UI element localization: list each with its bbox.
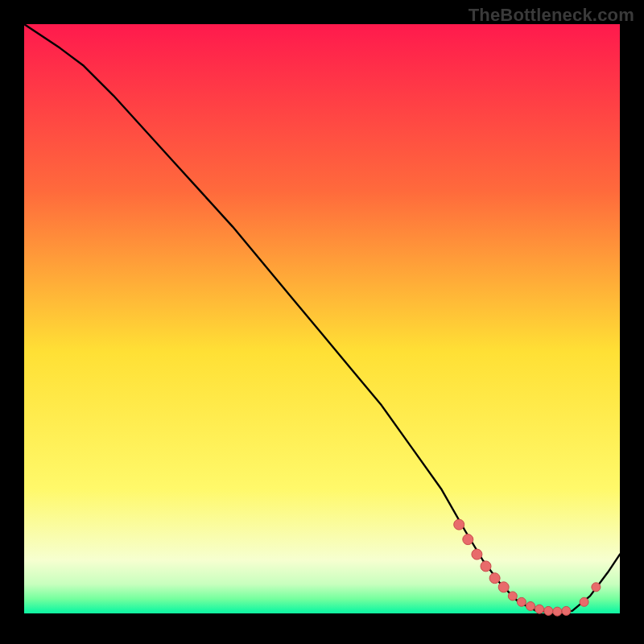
highlight-dot	[498, 582, 509, 592]
highlight-dot	[580, 597, 588, 606]
highlight-dot	[526, 601, 535, 610]
highlight-dot	[562, 606, 571, 615]
chart-stage: TheBottleneck.com	[0, 0, 644, 644]
highlight-dot	[481, 561, 491, 572]
highlight-dot	[592, 583, 601, 592]
highlight-dot	[463, 535, 473, 545]
highlight-dot	[553, 607, 562, 616]
highlight-dot	[472, 549, 482, 559]
plot-area	[24, 24, 620, 620]
chart-svg	[24, 24, 620, 620]
highlight-dot	[508, 592, 517, 601]
highlight-dot	[544, 606, 553, 615]
highlight-dot	[454, 519, 464, 530]
highlight-dot	[535, 605, 544, 613]
bottom-black-strip	[24, 613, 620, 620]
highlight-dot	[517, 597, 526, 606]
highlight-dot	[489, 573, 500, 584]
gradient-background	[24, 24, 620, 620]
watermark-text: TheBottleneck.com	[469, 5, 634, 26]
